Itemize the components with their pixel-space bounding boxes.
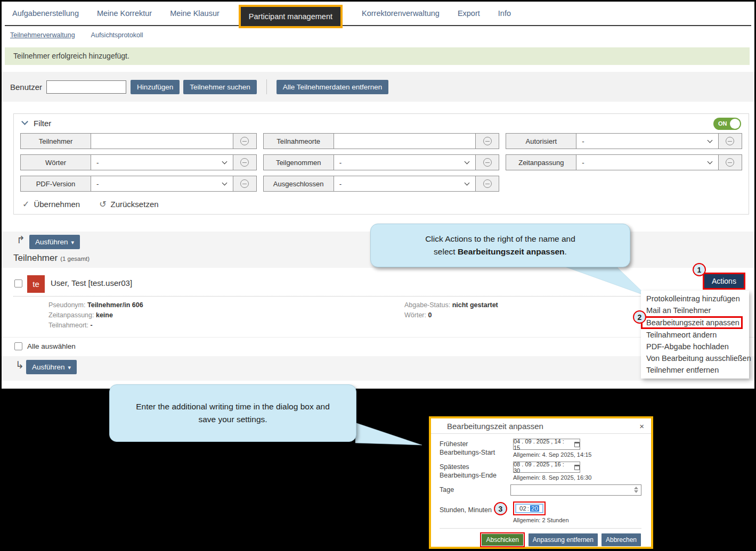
filter-label: Zeitanpassung [506, 155, 576, 170]
menu-item-ausschliessen[interactable]: Von Bearbeitung ausschließen [641, 352, 749, 364]
filter-header[interactable]: Filter ON [14, 114, 749, 132]
chevron-down-icon [465, 159, 470, 165]
filter-teilnehmer-input[interactable] [91, 134, 233, 149]
remove-filter-button[interactable] [718, 155, 742, 170]
bubble-1-line-2: select Bearbeitungszeit anpassen. [371, 245, 630, 258]
bulk-arrow-down-icon: ↳ [15, 359, 24, 371]
detail-line: Pseudonym: Teilnehmer/in 606 [48, 300, 143, 310]
tab-export[interactable]: Export [458, 9, 480, 18]
menu-item-bearbeitungszeit[interactable]: Bearbeitungszeit anpassen [641, 316, 743, 329]
dialog-footer: Abschicken Anpassung entfernen Abbrechen [440, 528, 641, 547]
remove-filter-button[interactable] [233, 176, 256, 191]
circled-minus-icon [726, 158, 734, 167]
circled-minus-icon [483, 137, 492, 145]
remove-adjustment-button[interactable]: Anpassung entfernen [529, 533, 598, 546]
reset-icon: ↺ [99, 199, 106, 209]
remove-all-data-button[interactable]: Alle Teilnehmerdaten entfernen [277, 80, 389, 94]
annotation-highlight-submit: Abschicken [480, 532, 524, 547]
filter-on-toggle[interactable]: ON [713, 118, 741, 130]
dialog-body: FrühesterBearbeitungs-Start 04 . 09 . 20… [431, 434, 651, 547]
detail-line: Teilnahmeort: - [48, 320, 143, 331]
circled-minus-icon [726, 137, 734, 145]
annotation-bubble-1: Click Actions to the right of the name a… [370, 224, 630, 267]
remove-filter-button[interactable] [475, 176, 499, 191]
filter-field-pdf-version: PDF-Version - [20, 176, 257, 192]
filter-autorisiert-select[interactable]: - [576, 134, 718, 149]
spinner-icon[interactable] [634, 487, 638, 493]
participant-details-left: Pseudonym: Teilnehmer/in 606 Zeitanpassu… [48, 300, 143, 331]
benutzer-label: Benutzer [10, 83, 42, 92]
benutzer-input[interactable] [46, 80, 126, 94]
menu-item-entfernen[interactable]: Teilnehmer entfernen [641, 364, 749, 376]
step-2-badge: 2 [633, 310, 646, 324]
time-input[interactable]: 02 : 20 [515, 504, 543, 513]
actions-menu: Protokolleintrag hinzufügen Mail an Teil… [641, 291, 749, 379]
execute-top-button[interactable]: Ausführen▾ [29, 235, 80, 249]
time-hours: 02 [519, 505, 526, 512]
time-minutes-selected: 20 [530, 505, 539, 512]
tab-meine-klausur[interactable]: Meine Klausur [170, 9, 220, 18]
annotation-bubble-2: Enter the additional writing time in the… [109, 384, 356, 442]
calendar-icon[interactable] [574, 465, 580, 470]
bubble-tail [355, 418, 424, 446]
menu-item-mail[interactable]: Mail an Teilnehmer [641, 305, 749, 316]
toggle-on-label: ON [718, 120, 727, 127]
calendar-icon[interactable] [574, 442, 580, 447]
search-participant-button[interactable]: Teilnehmer suchen [183, 80, 256, 94]
filter-ausgeschlossen-select[interactable]: - [334, 176, 476, 191]
filter-label: Teilgenommen [264, 155, 334, 170]
tab-meine-korrektur[interactable]: Meine Korrektur [97, 9, 152, 18]
field-label: Tage [440, 484, 510, 498]
bubble-tail [554, 265, 650, 298]
field-area: 08 . 09 . 2025 , 16 : 30 Allgemein: 8. S… [513, 462, 591, 481]
subnav-teilnehmerverwaltung[interactable]: Teilnehmerverwaltung [10, 31, 75, 39]
filter-zeitanpassung-select[interactable]: - [576, 155, 718, 170]
cancel-button[interactable]: Abbrechen [601, 533, 641, 546]
menu-item-protokolleintrag[interactable]: Protokolleintrag hinzufügen [641, 293, 749, 305]
subnav-aufsichtsprotokoll[interactable]: Aufsichtsprotokoll [91, 31, 143, 39]
circled-minus-icon [483, 179, 492, 188]
tage-input[interactable] [510, 484, 641, 496]
remove-filter-button[interactable] [718, 134, 742, 149]
close-icon[interactable]: × [639, 422, 644, 431]
apply-filter-button[interactable]: ✓Übernehmen [22, 199, 80, 209]
filter-teilgenommen-select[interactable]: - [334, 155, 476, 170]
end-datetime-input[interactable]: 08 . 09 . 2025 , 16 : 30 [513, 462, 580, 473]
dialog-titlebar: Bearbeitungszeit anpassen × [431, 418, 651, 434]
chevron-down-icon [21, 118, 28, 125]
add-button[interactable]: Hinzufügen [131, 80, 180, 94]
dialog-row-time: Stunden, Minuten 02 : 20 Allgemein: 2 St… [440, 501, 641, 523]
circled-minus-icon [240, 137, 249, 145]
remove-filter-button[interactable] [475, 155, 499, 170]
filter-woerter-select[interactable]: - [91, 155, 233, 170]
select-value: - [339, 180, 342, 188]
remove-filter-button[interactable] [233, 155, 256, 170]
participant-checkbox[interactable] [14, 279, 22, 287]
execute-bottom-button[interactable]: Ausführen▾ [26, 360, 77, 374]
tab-participant-management[interactable]: Participant management [241, 7, 340, 26]
menu-item-pdf-abgabe[interactable]: PDF-Abgabe hochladen [641, 341, 749, 352]
select-all-checkbox[interactable] [14, 342, 22, 350]
reset-filter-button[interactable]: ↺Zurücksetzen [99, 199, 158, 209]
select-value: - [96, 159, 99, 167]
tab-info[interactable]: Info [498, 9, 511, 18]
apply-label: Übernehmen [34, 200, 80, 209]
actions-button[interactable]: Actions [704, 274, 744, 288]
tab-aufgabenerstellung[interactable]: Aufgabenerstellung [12, 9, 79, 18]
toggle-knob [730, 119, 740, 129]
start-datetime-input[interactable]: 04 . 09 . 2025 , 14 : 15 [513, 439, 580, 450]
filter-teilnahmeorte-input[interactable] [334, 134, 476, 149]
filter-label: Teilnahmeorte [264, 134, 334, 149]
filter-field-ausgeschlossen: Ausgeschlossen - [263, 176, 500, 192]
chevron-down-icon [465, 180, 470, 186]
tab-korrektorenverwaltung[interactable]: Korrektorenverwaltung [362, 9, 440, 18]
filter-title: Filter [34, 119, 51, 128]
remove-filter-button[interactable] [233, 134, 256, 149]
dialog-row-start: FrühesterBearbeitungs-Start 04 . 09 . 20… [440, 439, 641, 458]
menu-item-teilnahmeort[interactable]: Teilnahmeort ändern [641, 329, 749, 341]
remove-filter-button[interactable] [475, 134, 499, 149]
submit-button[interactable]: Abschicken [482, 534, 523, 546]
top-nav: Aufgabenerstellung Meine Korrektur Meine… [5, 2, 751, 26]
chevron-down-icon [222, 180, 227, 186]
filter-pdf-version-select[interactable]: - [91, 176, 233, 191]
